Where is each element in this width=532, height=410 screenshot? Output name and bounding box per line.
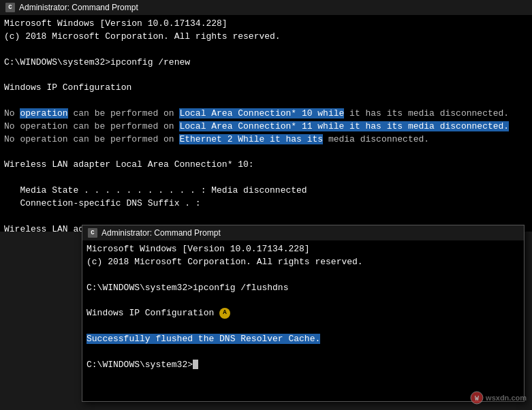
line-14: Media State . . . . . . . . . . . : Medi…: [4, 185, 528, 198]
top-titlebar[interactable]: C Administrator: Command Prompt: [0, 0, 532, 15]
cmd-icon-bottom: C: [88, 228, 97, 238]
line-9: No operation can be performed on Local A…: [4, 121, 528, 133]
b-line-7: [87, 320, 520, 333]
watermark-logo-icon: W: [470, 391, 484, 405]
line-10: No operation can be performed on Etherne…: [4, 133, 528, 146]
top-title: Administrator: Command Prompt: [19, 3, 527, 12]
b-line-6: Windows IP Configuration A: [87, 307, 520, 320]
watermark-text: wsxdn.com: [486, 394, 527, 402]
cmd-window-top: C Administrator: Command Prompt Microsof…: [0, 0, 532, 232]
b-line-8: Successfully flushed the DNS Resolver Ca…: [87, 333, 520, 346]
b-line-2: (c) 2018 Microsoft Corporation. All righ…: [87, 256, 520, 269]
b-line-3: [87, 269, 520, 282]
line-6: Windows IP Configuration: [4, 82, 528, 95]
cmd-window-bottom: C Administrator: Command Prompt Microsof…: [82, 225, 525, 402]
line-2: (c) 2018 Microsoft Corporation. All righ…: [4, 31, 528, 44]
b-line-9: [87, 346, 520, 359]
b-line-1: Microsoft Windows [Version 10.0.17134.22…: [87, 243, 520, 256]
line-16: [4, 210, 528, 223]
bottom-content: Microsoft Windows [Version 10.0.17134.22…: [82, 240, 524, 401]
line-12: Wireless LAN adapter Local Area Connecti…: [4, 159, 528, 172]
line-13: [4, 172, 528, 185]
line-4: C:\WINDOWS\system32>ipconfig /renew: [4, 57, 528, 69]
top-content: Microsoft Windows [Version 10.0.17134.22…: [0, 15, 532, 232]
cmd-icon: C: [5, 3, 15, 12]
b-line-10: C:\WINDOWS\system32>: [87, 359, 520, 372]
line-3: [4, 44, 528, 57]
svg-text:W: W: [475, 395, 479, 403]
line-5: [4, 69, 528, 82]
bottom-title: Administrator: Command Prompt: [101, 228, 518, 238]
line-15: Connection-specific DNS Suffix . :: [4, 198, 528, 210]
line-8: No operation can be performed on Local A…: [4, 108, 528, 121]
watermark: W wsxdn.com: [470, 391, 527, 405]
line-1: Microsoft Windows [Version 10.0.17134.22…: [4, 18, 528, 31]
b-line-5: [87, 294, 520, 307]
line-7: [4, 95, 528, 108]
b-line-4: C:\WINDOWS\system32>ipconfig /flushdns: [87, 282, 520, 295]
bottom-titlebar[interactable]: C Administrator: Command Prompt: [82, 225, 524, 240]
line-11: [4, 146, 528, 159]
